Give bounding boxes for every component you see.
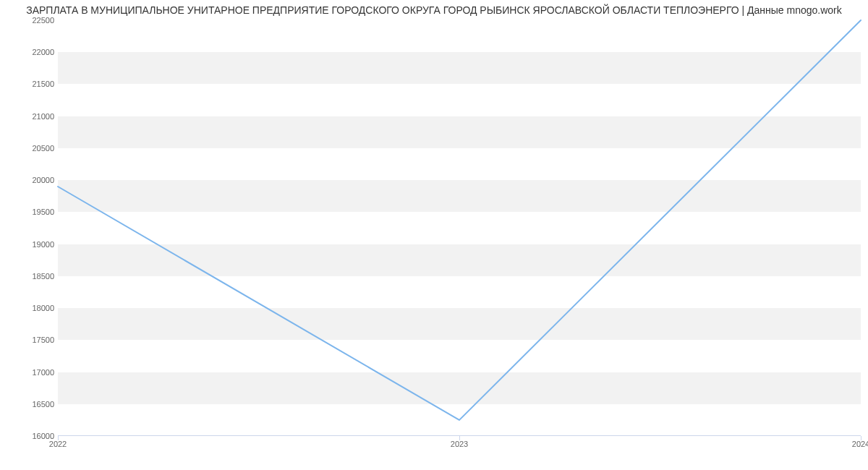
y-tick-label: 17000: [11, 368, 54, 377]
y-tick-label: 22500: [11, 16, 54, 25]
y-tick-label: 16000: [11, 432, 54, 440]
y-tick-label: 22000: [11, 48, 54, 56]
y-tick-label: 19000: [11, 240, 54, 249]
y-tick-label: 21500: [11, 80, 54, 88]
x-tick-label: 2024: [852, 440, 868, 448]
x-tick-label: 2022: [49, 440, 67, 448]
y-tick-label: 18000: [11, 304, 54, 312]
chart-title: ЗАРПЛАТА В МУНИЦИПАЛЬНОЕ УНИТАРНОЕ ПРЕДП…: [0, 4, 868, 16]
y-tick-label: 17500: [11, 336, 54, 344]
y-tick-label: 18500: [11, 272, 54, 281]
y-tick-label: 20500: [11, 144, 54, 153]
plot-area: [58, 20, 861, 436]
y-tick-label: 16500: [11, 400, 54, 409]
x-tick-label: 2023: [451, 440, 468, 448]
line-series: [58, 20, 861, 436]
y-tick-label: 19500: [11, 208, 54, 216]
y-tick-label: 20000: [11, 176, 54, 184]
y-tick-label: 21000: [11, 112, 54, 121]
